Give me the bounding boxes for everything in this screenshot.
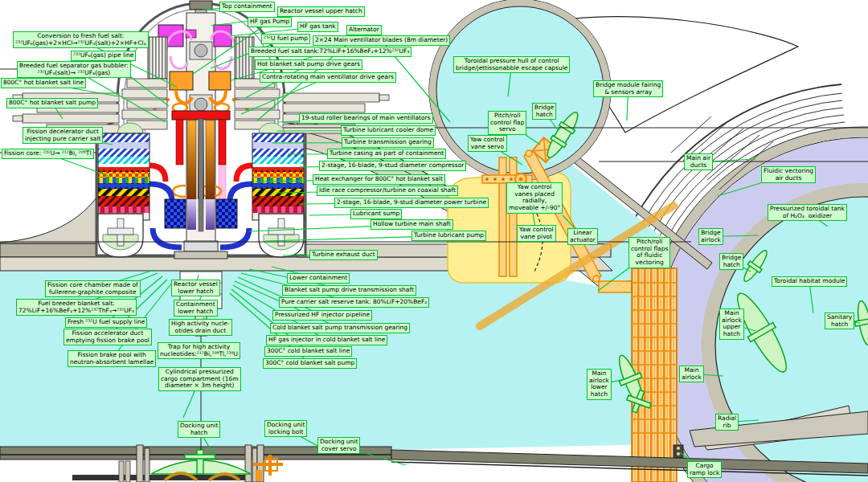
schematic-diagram: Top containmentReactor vessel upper hatc… <box>0 0 868 482</box>
schematic-drawing <box>0 0 868 482</box>
control-bridge-capsule <box>429 0 611 181</box>
